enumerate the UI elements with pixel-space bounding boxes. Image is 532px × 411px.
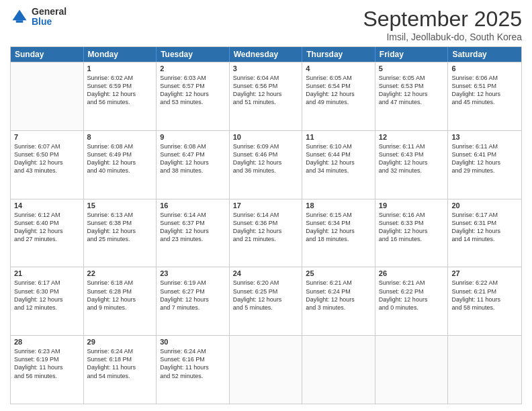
calendar-cell: 28Sunrise: 6:23 AM Sunset: 6:19 PM Dayli… [11,336,84,404]
cell-info: Sunrise: 6:11 AM Sunset: 6:41 PM Dayligh… [451,142,518,175]
day-number: 19 [379,201,445,210]
cell-info: Sunrise: 6:20 AM Sunset: 6:25 PM Dayligh… [233,279,299,312]
day-number: 24 [233,269,299,277]
cell-info: Sunrise: 6:08 AM Sunset: 6:49 PM Dayligh… [87,142,153,175]
calendar-cell: 15Sunrise: 6:13 AM Sunset: 6:38 PM Dayli… [84,199,157,267]
logo: General Blue [10,7,66,28]
cell-info: Sunrise: 6:06 AM Sunset: 6:51 PM Dayligh… [451,74,518,107]
calendar-week-3: 14Sunrise: 6:12 AM Sunset: 6:40 PM Dayli… [11,199,521,267]
calendar-cell: 26Sunrise: 6:21 AM Sunset: 6:22 PM Dayli… [375,267,449,335]
calendar-cell: 4Sunrise: 6:05 AM Sunset: 6:54 PM Daylig… [302,62,375,130]
calendar-cell: 27Sunrise: 6:22 AM Sunset: 6:21 PM Dayli… [448,267,521,335]
day-number: 3 [233,64,299,73]
day-number: 1 [87,64,153,73]
calendar-cell: 13Sunrise: 6:11 AM Sunset: 6:41 PM Dayli… [448,131,521,199]
day-number: 5 [379,64,445,73]
calendar-cell: 2Sunrise: 6:03 AM Sunset: 6:57 PM Daylig… [157,62,230,130]
day-number: 8 [87,133,153,141]
cell-info: Sunrise: 6:21 AM Sunset: 6:24 PM Dayligh… [306,279,371,312]
cell-info: Sunrise: 6:12 AM Sunset: 6:40 PM Dayligh… [14,211,80,244]
cell-info: Sunrise: 6:17 AM Sunset: 6:31 PM Dayligh… [451,211,518,244]
header-day-sunday: Sunday [11,47,84,62]
title-block: September 2025 Imsil, Jeollabuk-do, Sout… [363,7,522,42]
day-number: 29 [87,338,153,346]
page: General Blue September 2025 Imsil, Jeoll… [0,0,532,411]
header-day-wednesday: Wednesday [230,47,303,62]
day-number: 4 [306,64,371,73]
header-day-saturday: Saturday [448,47,521,62]
calendar-cell [302,336,375,404]
cell-info: Sunrise: 6:17 AM Sunset: 6:30 PM Dayligh… [14,279,80,312]
day-number: 10 [233,133,299,141]
calendar-cell: 24Sunrise: 6:20 AM Sunset: 6:25 PM Dayli… [230,267,303,335]
day-number: 18 [306,201,371,210]
calendar-cell: 16Sunrise: 6:14 AM Sunset: 6:37 PM Dayli… [157,199,230,267]
header-day-friday: Friday [375,47,449,62]
calendar-cell: 18Sunrise: 6:15 AM Sunset: 6:34 PM Dayli… [302,199,375,267]
cell-info: Sunrise: 6:14 AM Sunset: 6:37 PM Dayligh… [160,211,226,244]
cell-info: Sunrise: 6:10 AM Sunset: 6:44 PM Dayligh… [306,142,371,175]
day-number: 30 [160,338,226,346]
cell-info: Sunrise: 6:04 AM Sunset: 6:56 PM Dayligh… [233,74,299,107]
calendar-cell [375,336,449,404]
day-number: 2 [160,64,226,73]
calendar-cell: 21Sunrise: 6:17 AM Sunset: 6:30 PM Dayli… [11,267,84,335]
svg-marker-0 [13,10,27,21]
logo-general-label: General [32,7,66,17]
header: General Blue September 2025 Imsil, Jeoll… [10,7,522,42]
month-title: September 2025 [363,7,522,32]
day-number: 21 [14,269,80,277]
cell-info: Sunrise: 6:02 AM Sunset: 6:59 PM Dayligh… [87,74,153,107]
calendar-cell: 11Sunrise: 6:10 AM Sunset: 6:44 PM Dayli… [302,131,375,199]
day-number: 11 [306,133,371,141]
svg-rect-1 [16,21,24,24]
calendar-week-1: 1Sunrise: 6:02 AM Sunset: 6:59 PM Daylig… [11,62,521,130]
day-number: 22 [87,269,153,277]
day-number: 7 [14,133,80,141]
calendar-cell: 3Sunrise: 6:04 AM Sunset: 6:56 PM Daylig… [230,62,303,130]
calendar-cell: 22Sunrise: 6:18 AM Sunset: 6:28 PM Dayli… [84,267,157,335]
calendar-week-2: 7Sunrise: 6:07 AM Sunset: 6:50 PM Daylig… [11,130,521,199]
header-day-tuesday: Tuesday [157,47,230,62]
calendar-cell: 17Sunrise: 6:14 AM Sunset: 6:36 PM Dayli… [230,199,303,267]
cell-info: Sunrise: 6:18 AM Sunset: 6:28 PM Dayligh… [87,279,153,312]
cell-info: Sunrise: 6:03 AM Sunset: 6:57 PM Dayligh… [160,74,226,107]
calendar-cell: 30Sunrise: 6:24 AM Sunset: 6:16 PM Dayli… [157,336,230,404]
day-number: 9 [160,133,226,141]
calendar-body: 1Sunrise: 6:02 AM Sunset: 6:59 PM Daylig… [11,62,521,404]
calendar-header-row: SundayMondayTuesdayWednesdayThursdayFrid… [11,47,521,62]
day-number: 27 [451,269,518,277]
day-number: 25 [306,269,371,277]
calendar-cell: 5Sunrise: 6:05 AM Sunset: 6:53 PM Daylig… [375,62,449,130]
cell-info: Sunrise: 6:14 AM Sunset: 6:36 PM Dayligh… [233,211,299,244]
day-number: 13 [451,133,518,141]
cell-info: Sunrise: 6:23 AM Sunset: 6:19 PM Dayligh… [14,347,80,380]
cell-info: Sunrise: 6:24 AM Sunset: 6:16 PM Dayligh… [160,347,226,380]
day-number: 6 [451,64,518,73]
cell-info: Sunrise: 6:19 AM Sunset: 6:27 PM Dayligh… [160,279,226,312]
logo-icon [10,7,29,26]
calendar-cell [11,62,84,130]
day-number: 28 [14,338,80,346]
cell-info: Sunrise: 6:05 AM Sunset: 6:53 PM Dayligh… [379,74,445,107]
calendar-cell: 6Sunrise: 6:06 AM Sunset: 6:51 PM Daylig… [448,62,521,130]
cell-info: Sunrise: 6:05 AM Sunset: 6:54 PM Dayligh… [306,74,371,107]
calendar-cell: 14Sunrise: 6:12 AM Sunset: 6:40 PM Dayli… [11,199,84,267]
cell-info: Sunrise: 6:15 AM Sunset: 6:34 PM Dayligh… [306,211,371,244]
calendar-cell: 23Sunrise: 6:19 AM Sunset: 6:27 PM Dayli… [157,267,230,335]
day-number: 26 [379,269,445,277]
cell-info: Sunrise: 6:22 AM Sunset: 6:21 PM Dayligh… [451,279,518,312]
cell-info: Sunrise: 6:21 AM Sunset: 6:22 PM Dayligh… [379,279,445,312]
calendar-cell: 20Sunrise: 6:17 AM Sunset: 6:31 PM Dayli… [448,199,521,267]
day-number: 16 [160,201,226,210]
calendar-week-5: 28Sunrise: 6:23 AM Sunset: 6:19 PM Dayli… [11,335,521,404]
calendar-cell: 12Sunrise: 6:11 AM Sunset: 6:43 PM Dayli… [375,131,449,199]
calendar-cell [230,336,303,404]
day-number: 14 [14,201,80,210]
header-day-thursday: Thursday [302,47,375,62]
cell-info: Sunrise: 6:11 AM Sunset: 6:43 PM Dayligh… [379,142,445,175]
logo-blue-label: Blue [32,17,66,27]
logo-text: General Blue [32,7,66,28]
day-number: 12 [379,133,445,141]
calendar-cell: 10Sunrise: 6:09 AM Sunset: 6:46 PM Dayli… [230,131,303,199]
